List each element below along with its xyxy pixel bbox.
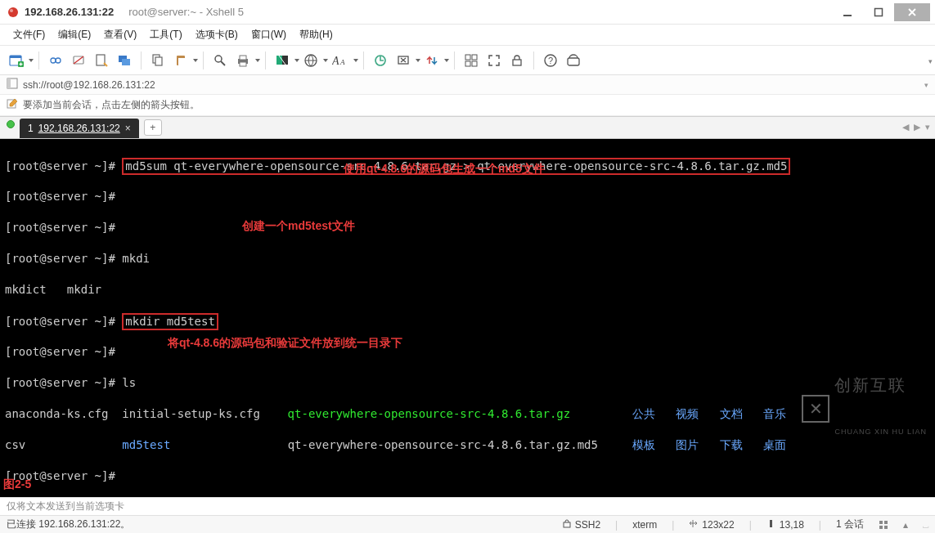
print-button[interactable] [232,50,254,71]
tunneling-button[interactable] [370,50,391,71]
lock-button[interactable] [506,50,528,71]
tab-overflow-icon[interactable]: ▾ [925,122,930,132]
menu-view[interactable]: 查看(V) [97,25,143,44]
transfer-dropdown-icon[interactable] [444,59,449,62]
sessions-panel-icon[interactable] [7,78,18,92]
svg-rect-28 [472,55,477,60]
svg-rect-16 [178,58,185,65]
toolbar: AA ? ▾ [0,46,935,75]
app-icon [7,6,20,19]
properties-button[interactable] [91,50,112,71]
svg-rect-41 [884,521,888,524]
status-overflow-icon[interactable]: ▴ [903,519,908,531]
send-mode-text: 仅将文本发送到当前选项卡 [7,500,124,513]
svg-point-0 [8,7,18,17]
svg-point-1 [10,9,13,12]
svg-rect-40 [879,521,883,524]
send-strip[interactable]: 仅将文本发送到当前选项卡 [0,497,935,515]
reconnect-button[interactable] [45,50,66,71]
watermark-sub: CHUANG XIN HU LIAN [834,424,927,440]
svg-rect-22 [276,56,282,65]
menu-window[interactable]: 窗口(W) [245,25,293,44]
new-tab-button[interactable]: + [144,119,162,136]
svg-text:?: ? [548,56,553,65]
find-button[interactable] [209,50,231,71]
status-cursor-pos: 13,18 [766,519,804,531]
status-grid-icon[interactable] [879,520,888,530]
minimize-button[interactable] [832,3,863,21]
session-tab[interactable]: 1 192.168.26.131:22 × [20,119,139,138]
address-url[interactable]: ssh://root@192.168.26.131:22 [23,79,919,91]
svg-rect-42 [879,526,883,529]
help-button[interactable]: ? [540,50,561,71]
xagent-dropdown-icon[interactable] [416,59,420,62]
compose-button[interactable] [563,50,586,71]
sessions-button[interactable] [114,50,135,71]
watermark-logo-icon: ✕ [802,395,829,423]
svg-text:A: A [332,55,339,67]
hint-text: 要添加当前会话，点击左侧的箭头按钮。 [23,98,200,112]
watermark: ✕ 创新互联 CHUANG XIN HU LIAN [802,347,927,471]
tab-scroll: ◀ ▶ ▾ [902,122,930,132]
svg-rect-19 [240,56,246,60]
status-bar: 已连接 192.168.26.131:22。 SSH2 | xterm | 12… [0,515,935,533]
menu-tools[interactable]: 工具(T) [143,25,188,44]
status-ssh: SSH2 [563,519,600,531]
encoding-button[interactable] [300,50,321,71]
close-button[interactable] [894,3,930,21]
connection-led-icon [7,120,15,128]
font-button[interactable]: AA [329,50,352,71]
svg-rect-34 [568,58,579,65]
annotation-mv: 将qt-4.8.6的源码包和验证文件放到统一目录下 [168,335,402,351]
terminal[interactable]: [root@server ~]# md5sum qt-everywhere-op… [0,139,935,497]
tab-index: 1 [28,123,34,134]
figure-label: 图2-5 [3,477,31,492]
disconnect-button[interactable] [68,50,89,71]
annotation-mkdir: 创建一个md5test文件 [242,218,355,234]
new-session-button[interactable] [6,50,27,71]
svg-rect-43 [884,526,888,529]
svg-rect-36 [7,78,11,88]
svg-rect-3 [875,8,883,16]
svg-rect-38 [564,522,570,527]
title-ip: 192.168.26.131:22 [25,6,114,18]
lock-icon [563,519,571,531]
toolbar-overflow-icon[interactable]: ▾ [928,57,933,65]
paste-dropdown-icon[interactable] [193,59,198,62]
svg-rect-31 [513,60,521,65]
encoding-dropdown-icon[interactable] [323,59,328,62]
tab-scroll-right-icon[interactable]: ▶ [914,122,920,132]
tab-close-icon[interactable]: × [125,123,131,134]
cmd-mkdir: mkdir md5test [122,313,218,330]
paste-button[interactable] [170,50,191,71]
status-size: 123x22 [689,519,734,531]
hint-add-icon[interactable] [7,98,18,112]
xagent-button[interactable] [393,50,414,71]
copy-button[interactable] [147,50,169,71]
svg-rect-5 [10,56,21,58]
tile-button[interactable] [461,50,482,71]
pos-icon [766,519,775,531]
fullscreen-button[interactable] [483,50,505,71]
font-dropdown-icon[interactable] [353,59,358,62]
svg-rect-12 [122,59,130,65]
status-sessions: 1 会话 [836,517,864,531]
status-termtype: xterm [632,519,657,531]
svg-rect-30 [472,61,477,66]
menu-tabs[interactable]: 选项卡(B) [189,25,245,44]
svg-rect-10 [97,55,105,65]
menu-help[interactable]: 帮助(H) [293,25,339,44]
address-overflow-icon[interactable]: ▾ [924,81,928,89]
svg-rect-39 [770,520,772,527]
menu-file[interactable]: 文件(F) [7,25,52,44]
menu-edit[interactable]: 编辑(E) [52,25,97,44]
new-session-dropdown-icon[interactable] [29,59,34,62]
hint-bar: 要添加当前会话，点击左侧的箭头按钮。 [0,95,935,116]
color-scheme-button[interactable] [272,50,293,71]
tab-scroll-left-icon[interactable]: ◀ [902,122,909,132]
print-dropdown-icon[interactable] [255,59,260,62]
color-dropdown-icon[interactable] [294,59,299,62]
transfer-button[interactable] [421,50,443,71]
svg-text:A: A [339,58,345,66]
maximize-button[interactable] [863,3,894,21]
